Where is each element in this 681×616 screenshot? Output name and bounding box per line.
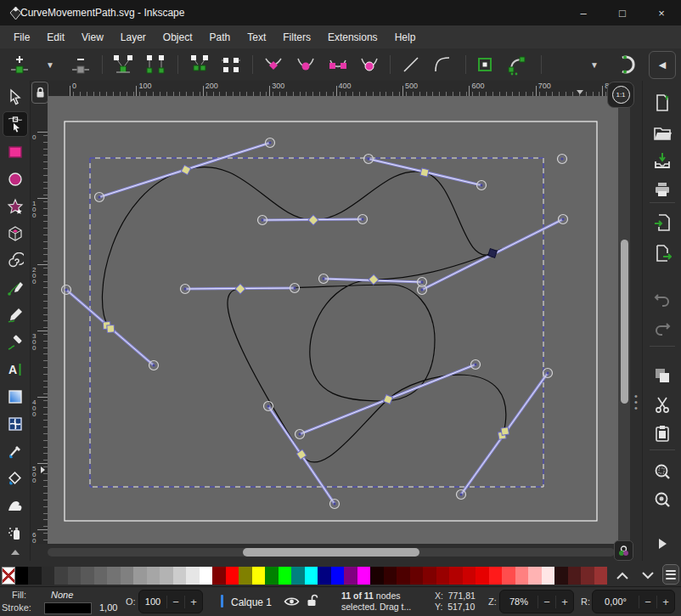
horizontal-ruler[interactable]: 0100200300400500600700800 — [48, 81, 630, 96]
tool-rectangle[interactable] — [3, 140, 27, 164]
print-button[interactable] — [650, 177, 675, 202]
join-nodes-button[interactable] — [110, 52, 136, 77]
tool-calligraphy[interactable] — [3, 331, 27, 354]
zoom-plus[interactable]: + — [555, 596, 573, 608]
path-node-E[interactable] — [235, 284, 245, 294]
menu-view[interactable]: View — [73, 28, 112, 47]
rotation-value[interactable]: 0,00° — [593, 596, 639, 607]
swatch-800000[interactable] — [423, 567, 436, 585]
vertical-scrollbar-thumb[interactable] — [621, 240, 628, 404]
horizontal-scrollbar[interactable] — [31, 544, 630, 561]
minimize-button[interactable]: – — [564, 0, 603, 25]
swatch-732626[interactable] — [581, 567, 594, 585]
menu-edit[interactable]: Edit — [38, 28, 73, 47]
bezier-path[interactable] — [102, 167, 505, 462]
make-curve-button[interactable] — [430, 52, 455, 77]
palette-menu-button[interactable] — [662, 564, 679, 585]
paste-button[interactable] — [650, 421, 675, 446]
swatch-800080[interactable] — [344, 567, 357, 585]
close-button[interactable]: × — [642, 0, 681, 25]
cut-button[interactable] — [650, 392, 675, 417]
rotation-plus[interactable]: + — [656, 596, 674, 608]
swatch-cccccc[interactable] — [173, 567, 187, 585]
zoom-value[interactable]: 78% — [500, 596, 537, 607]
dock-resize-handle[interactable]: ••• — [630, 81, 642, 561]
swatch-4d1a1a[interactable] — [568, 567, 582, 585]
break-nodes-button[interactable] — [187, 52, 212, 77]
menu-filters[interactable]: Filters — [274, 28, 319, 47]
delete-node-button[interactable] — [68, 52, 93, 77]
swatch-2b2b2b[interactable] — [42, 567, 55, 585]
path-node-C[interactable] — [420, 168, 429, 177]
swatch-595959[interactable] — [81, 567, 94, 585]
zoom-drawing-button[interactable] — [650, 487, 675, 512]
insert-node-button[interactable] — [7, 52, 32, 77]
swatch-00ffff[interactable] — [305, 567, 318, 585]
swatch-e6e6e6[interactable] — [186, 567, 200, 585]
swatch-737373[interactable] — [107, 567, 121, 585]
swatch-cc0000[interactable] — [463, 567, 476, 585]
stroke-width-value[interactable]: 1,00 — [99, 602, 117, 613]
swatch-808000[interactable] — [239, 567, 252, 585]
menu-path[interactable]: Path — [201, 28, 239, 47]
stroke-to-path-button[interactable] — [504, 52, 529, 77]
swatch-000000[interactable] — [15, 567, 29, 585]
menu-file[interactable]: File — [5, 28, 38, 47]
collapse-toolbar-button[interactable]: ◀ — [649, 51, 676, 79]
swatch-1a1a1a[interactable] — [28, 567, 42, 585]
open-button[interactable] — [650, 120, 675, 145]
swatch-1a0000[interactable] — [370, 567, 384, 585]
swatch-260d0d[interactable] — [554, 567, 568, 585]
show-transform-handles-button[interactable] — [614, 52, 639, 77]
tool-paint-bucket[interactable] — [3, 466, 27, 490]
swatch-0000ff[interactable] — [331, 567, 345, 585]
swatch-990000[interactable] — [436, 567, 450, 585]
swatch-ff0000[interactable] — [226, 567, 239, 585]
smooth-node-button[interactable] — [293, 52, 318, 77]
layer-visibility-eye-icon[interactable] — [284, 595, 300, 608]
swatch-00ff00[interactable] — [279, 567, 292, 585]
opacity-value[interactable]: 100 — [139, 596, 166, 607]
path-node-F[interactable] — [369, 274, 379, 285]
swatch-none[interactable] — [2, 567, 15, 585]
palette-scroll-up[interactable] — [613, 568, 632, 583]
commands-expand-arrow[interactable] — [650, 531, 675, 557]
swatch-999999[interactable] — [133, 567, 147, 585]
join-with-segment-button[interactable] — [143, 52, 168, 77]
current-layer-name[interactable]: Calque 1 — [231, 596, 272, 608]
lock-guides-toggle[interactable] — [31, 82, 48, 104]
path-node-J[interactable] — [501, 427, 509, 436]
swatch-ff8080[interactable] — [515, 567, 529, 585]
swatch-993333[interactable] — [594, 567, 608, 585]
swatch-4d0000[interactable] — [397, 567, 410, 585]
import-button[interactable] — [650, 210, 675, 235]
new-document-button[interactable] — [650, 90, 675, 116]
swatch-e60000[interactable] — [476, 567, 489, 585]
toolbox-more-arrow[interactable] — [3, 546, 27, 558]
tool-selector[interactable] — [3, 85, 27, 109]
tool-ellipse[interactable] — [3, 167, 27, 191]
swatch-b30000[interactable] — [449, 567, 463, 585]
menu-text[interactable]: Text — [239, 28, 274, 47]
swatch-ffffff[interactable] — [200, 567, 213, 585]
extra-menu-button[interactable]: ▼ — [582, 52, 607, 77]
tool-pencil[interactable] — [3, 303, 27, 327]
copy-button[interactable] — [650, 363, 675, 388]
opacity-spinbox[interactable]: 100 − + — [138, 590, 203, 613]
menu-layer[interactable]: Layer — [112, 28, 155, 47]
swatch-a6a6a6[interactable] — [147, 567, 160, 585]
maximize-button[interactable]: □ — [603, 0, 642, 25]
menu-extensions[interactable]: Extensions — [319, 28, 386, 47]
tool-tweak[interactable] — [3, 494, 27, 517]
swatch-4d4d4d[interactable] — [68, 567, 82, 585]
zoom-selection-button[interactable] — [650, 459, 675, 484]
redo-button[interactable] — [650, 314, 675, 339]
swatch-000080[interactable] — [318, 567, 331, 585]
swatch-ffe6e6[interactable] — [542, 567, 555, 585]
swatch-008000[interactable] — [265, 567, 279, 585]
layer-lock-icon[interactable] — [306, 594, 318, 608]
swatch-008080[interactable] — [291, 567, 305, 585]
opacity-plus[interactable]: + — [184, 596, 202, 608]
tool-text[interactable]: A — [3, 358, 27, 381]
swatch-660000[interactable] — [410, 567, 424, 585]
